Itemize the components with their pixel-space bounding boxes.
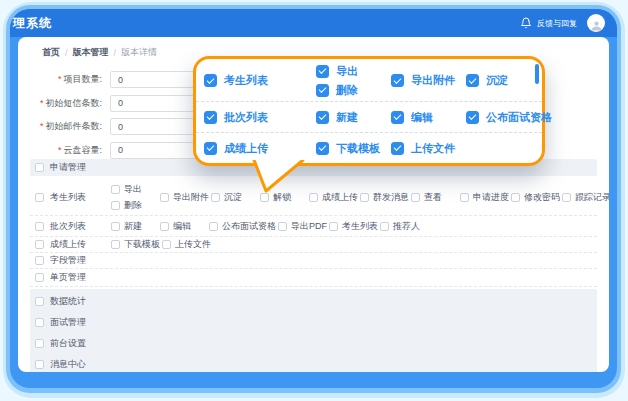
module-label: 成绩上传 xyxy=(35,238,111,251)
permission-cell: 编辑 xyxy=(160,220,207,233)
permission-name: 新建 xyxy=(124,220,142,233)
checkbox[interactable] xyxy=(316,142,329,155)
module-name: 数据统计 xyxy=(50,295,86,308)
checkbox[interactable] xyxy=(160,222,169,231)
checkbox[interactable] xyxy=(111,222,120,231)
permission-cell: 跟踪记录 xyxy=(562,191,609,204)
checkbox[interactable] xyxy=(511,193,520,202)
permission-item: 沉淀 xyxy=(211,191,258,204)
table-row: 字段管理 xyxy=(30,253,597,269)
checkbox[interactable] xyxy=(111,185,120,194)
checkbox[interactable] xyxy=(466,111,479,124)
breadcrumb-separator: / xyxy=(65,48,68,58)
permission-name: 公布面试资格 xyxy=(486,110,552,125)
permission-cell: 考生列表 xyxy=(329,220,378,233)
required-mark: * xyxy=(40,121,44,131)
permission-item: 申请进度 xyxy=(460,191,509,204)
permission-name: 成绩上传 xyxy=(322,191,358,204)
table-gray-section: 数据统计面试管理前台设置消息中心 xyxy=(30,289,597,372)
checkbox[interactable] xyxy=(391,142,404,155)
checkbox[interactable] xyxy=(35,193,44,202)
table-row: 成绩上传下载模板上传文件 xyxy=(30,237,597,253)
checkbox[interactable] xyxy=(360,193,369,202)
checkbox[interactable] xyxy=(562,193,571,202)
permission-item: 导出PDF xyxy=(278,220,327,233)
field-label: *初始邮件条数: xyxy=(26,120,110,133)
user-avatar[interactable] xyxy=(587,14,605,32)
feedback-link[interactable]: 反馈与回复 xyxy=(537,18,577,29)
checkbox[interactable] xyxy=(260,193,269,202)
module-name: 考生列表 xyxy=(50,191,86,204)
callout-tail-pointer xyxy=(252,160,306,193)
checkbox[interactable] xyxy=(316,84,329,97)
checkbox[interactable] xyxy=(329,222,338,231)
frame-outer-layer: 理系统 反馈与回复 首页/版本管理/版本详情 *项目数量:*初始短信条数:*初始… xyxy=(0,0,628,401)
checkbox[interactable] xyxy=(209,222,218,231)
checkbox[interactable] xyxy=(162,240,171,249)
callout-permission-item: 下载模板 xyxy=(316,141,391,156)
permission-item: 考生列表 xyxy=(329,220,378,233)
module-name: 批次列表 xyxy=(50,220,86,233)
checkbox[interactable] xyxy=(316,111,329,124)
checkbox[interactable] xyxy=(35,273,44,282)
checkbox[interactable] xyxy=(35,222,44,231)
field-label-text: 云盘容量: xyxy=(63,145,102,155)
permission-name: 沉淀 xyxy=(224,191,242,204)
checkbox[interactable] xyxy=(35,240,44,249)
permission-name: 考生列表 xyxy=(342,220,378,233)
permission-item: 跟踪记录 xyxy=(562,191,609,204)
checkbox[interactable] xyxy=(111,201,120,210)
table-row: 面试管理 xyxy=(30,312,597,333)
callout-permission-cell: 上传文件 xyxy=(391,141,466,156)
checkbox[interactable] xyxy=(380,222,389,231)
callout-permission-row: 考生列表导出删除导出附件沉淀 xyxy=(196,60,542,102)
permission-name: 导出附件 xyxy=(411,73,455,88)
checkbox[interactable] xyxy=(309,193,318,202)
callout-permission-item: 导出附件 xyxy=(391,73,466,88)
checkbox[interactable] xyxy=(460,193,469,202)
permission-item: 群发消息 xyxy=(360,191,409,204)
callout-rows: 考生列表导出删除导出附件沉淀批次列表新建编辑公布面试资格成绩上传下载模板上传文件 xyxy=(196,59,542,163)
checkbox[interactable] xyxy=(35,318,44,327)
app-window: 理系统 反馈与回复 首页/版本管理/版本详情 *项目数量:*初始短信条数:*初始… xyxy=(10,9,617,388)
callout-scrollbar-thumb[interactable] xyxy=(535,64,539,84)
checkbox[interactable] xyxy=(391,74,404,87)
callout-module-label: 成绩上传 xyxy=(204,141,316,156)
notification-bell-icon[interactable] xyxy=(520,17,532,29)
checkbox[interactable] xyxy=(204,74,217,87)
checkbox[interactable] xyxy=(35,297,44,306)
checkbox[interactable] xyxy=(204,142,217,155)
permission-name: 导出附件 xyxy=(173,191,209,204)
checkbox[interactable] xyxy=(35,360,44,369)
permission-cell: 修改密码 xyxy=(511,191,560,204)
checkbox[interactable] xyxy=(35,339,44,348)
breadcrumb-item[interactable]: 首页 xyxy=(42,46,60,59)
checkbox[interactable] xyxy=(35,163,44,172)
checkbox[interactable] xyxy=(316,65,329,78)
checkbox[interactable] xyxy=(160,193,169,202)
breadcrumb-item[interactable]: 版本管理 xyxy=(73,46,109,59)
permission-name: 群发消息 xyxy=(373,191,409,204)
module-name: 字段管理 xyxy=(50,254,86,267)
permission-name: 删除 xyxy=(124,199,142,212)
app-header: 理系统 反馈与回复 xyxy=(10,9,617,37)
checkbox[interactable] xyxy=(35,256,44,265)
checkbox[interactable] xyxy=(111,240,120,249)
permission-name: 编辑 xyxy=(173,220,191,233)
permission-cell: 查看 xyxy=(411,191,458,204)
permission-item: 新建 xyxy=(111,220,158,233)
permission-cell: 导出删除 xyxy=(111,183,158,212)
callout-permission-item: 沉淀 xyxy=(466,73,541,88)
table-row: 考生列表导出删除导出附件沉淀解锁成绩上传群发消息查看申请进度修改密码跟踪记录 xyxy=(30,179,597,216)
checkbox[interactable] xyxy=(204,111,217,124)
table-row: 消息中心 xyxy=(30,354,597,372)
table-row: 数据统计 xyxy=(30,291,597,312)
checkbox[interactable] xyxy=(278,222,287,231)
checkbox[interactable] xyxy=(211,193,220,202)
checkbox[interactable] xyxy=(466,74,479,87)
table-row: 单页管理 xyxy=(30,269,597,287)
permission-name: 沉淀 xyxy=(486,73,508,88)
checkbox[interactable] xyxy=(411,193,420,202)
callout-permission-cell: 沉淀 xyxy=(466,73,541,88)
checkbox[interactable] xyxy=(391,111,404,124)
